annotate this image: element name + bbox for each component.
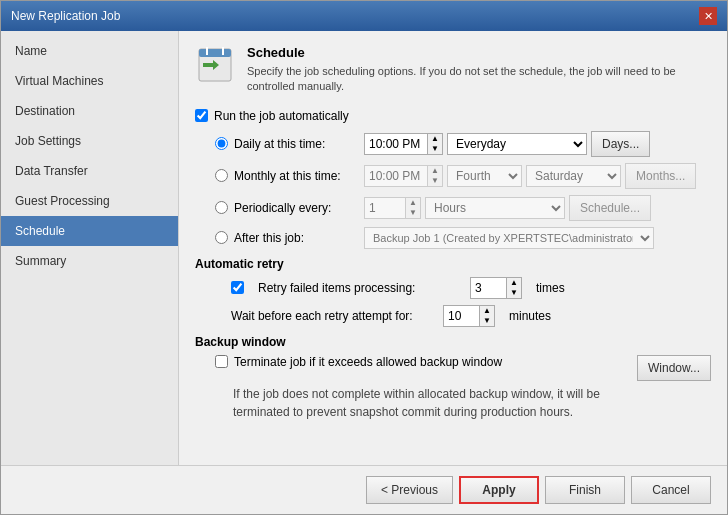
periodic-value-input[interactable] — [365, 198, 405, 218]
wait-label: Wait before each retry attempt for: — [231, 309, 431, 323]
retry-checkbox[interactable] — [231, 281, 244, 294]
schedule-button[interactable]: Schedule... — [569, 195, 651, 221]
retry-value-input[interactable] — [471, 278, 506, 298]
daily-time-spinbuttons: ▲ ▼ — [427, 134, 442, 154]
svg-rect-1 — [199, 49, 231, 57]
terminate-row: Terminate job if it exceeds allowed back… — [195, 355, 711, 381]
sidebar-item-data-transfer[interactable]: Data Transfer — [1, 156, 178, 186]
periodic-spinbuttons: ▲ ▼ — [405, 198, 420, 218]
monthly-radio[interactable] — [215, 169, 228, 182]
schedule-icon — [195, 45, 235, 85]
periodic-down[interactable]: ▼ — [406, 208, 420, 218]
section-text: Schedule Specify the job scheduling opti… — [247, 45, 711, 95]
section-title: Schedule — [247, 45, 711, 60]
sidebar-item-schedule[interactable]: Schedule — [1, 216, 178, 246]
title-bar: New Replication Job ✕ — [1, 1, 727, 31]
monthly-row: Monthly at this time: ▲ ▼ First Second — [195, 163, 711, 189]
section-header: Schedule Specify the job scheduling opti… — [195, 45, 711, 95]
retry-spin: ▲ ▼ — [470, 277, 522, 299]
after-job-select[interactable]: Backup Job 1 (Created by XPERTSTEC\admin… — [364, 227, 654, 249]
after-job-label: After this job: — [234, 231, 364, 245]
monthly-time-up[interactable]: ▲ — [428, 166, 442, 176]
daily-recurrence-select[interactable]: Everyday Weekdays Weekends — [447, 133, 587, 155]
run-auto-row: Run the job automatically — [195, 109, 711, 123]
months-button[interactable]: Months... — [625, 163, 696, 189]
wait-spin: ▲ ▼ — [443, 305, 495, 327]
finish-button[interactable]: Finish — [545, 476, 625, 504]
monthly-fourth-select[interactable]: First Second Third Fourth Last — [447, 165, 522, 187]
main-content: Schedule Specify the job scheduling opti… — [179, 31, 727, 465]
wait-up[interactable]: ▲ — [480, 306, 494, 316]
content-area: Name Virtual Machines Destination Job Se… — [1, 31, 727, 465]
form-area: Run the job automatically Daily at this … — [195, 109, 711, 451]
days-button[interactable]: Days... — [591, 131, 650, 157]
sidebar-item-virtual-machines[interactable]: Virtual Machines — [1, 66, 178, 96]
backup-window-label: Backup window — [195, 335, 711, 349]
retry-row: Retry failed items processing: ▲ ▼ times — [195, 277, 711, 299]
retry-down[interactable]: ▼ — [507, 288, 521, 298]
monthly-time-input[interactable] — [365, 166, 427, 186]
retry-unit: times — [536, 281, 565, 295]
cancel-button[interactable]: Cancel — [631, 476, 711, 504]
sidebar-item-name[interactable]: Name — [1, 36, 178, 66]
terminate-label: Terminate job if it exceeds allowed back… — [234, 355, 502, 369]
close-button[interactable]: ✕ — [699, 7, 717, 25]
wait-row: Wait before each retry attempt for: ▲ ▼ … — [195, 305, 711, 327]
daily-label: Daily at this time: — [234, 137, 364, 151]
daily-time-down[interactable]: ▼ — [428, 144, 442, 154]
retry-up[interactable]: ▲ — [507, 278, 521, 288]
daily-time-spin: ▲ ▼ — [364, 133, 443, 155]
sidebar: Name Virtual Machines Destination Job Se… — [1, 31, 179, 465]
retry-label: Retry failed items processing: — [258, 281, 458, 295]
terminate-checkbox[interactable] — [215, 355, 228, 368]
monthly-time-spin: ▲ ▼ — [364, 165, 443, 187]
after-job-controls: Backup Job 1 (Created by XPERTSTEC\admin… — [364, 227, 711, 249]
daily-radio[interactable] — [215, 137, 228, 150]
sidebar-item-summary[interactable]: Summary — [1, 246, 178, 276]
daily-controls: ▲ ▼ Everyday Weekdays Weekends Days... — [364, 131, 711, 157]
wait-spinbuttons: ▲ ▼ — [479, 306, 494, 326]
backup-info-line1: If the job does not complete within allo… — [233, 385, 711, 403]
sidebar-item-job-settings[interactable]: Job Settings — [1, 126, 178, 156]
window-button[interactable]: Window... — [637, 355, 711, 381]
retry-section-label: Automatic retry — [195, 257, 711, 271]
after-job-radio[interactable] — [215, 231, 228, 244]
backup-info-line2: terminated to prevent snapshot commit du… — [233, 403, 711, 421]
run-auto-label: Run the job automatically — [214, 109, 349, 123]
periodic-unit-select[interactable]: Hours Minutes — [425, 197, 565, 219]
periodic-label: Periodically every: — [234, 201, 364, 215]
terminate-check-area: Terminate job if it exceeds allowed back… — [215, 355, 502, 369]
section-description: Specify the job scheduling options. If y… — [247, 64, 711, 95]
previous-button[interactable]: < Previous — [366, 476, 453, 504]
daily-time-up[interactable]: ▲ — [428, 134, 442, 144]
periodic-controls: ▲ ▼ Hours Minutes Schedule... — [364, 195, 711, 221]
monthly-time-spinbuttons: ▲ ▼ — [427, 166, 442, 186]
wait-down[interactable]: ▼ — [480, 316, 494, 326]
periodic-radio[interactable] — [215, 201, 228, 214]
daily-row: Daily at this time: ▲ ▼ Everyday Weekday… — [195, 131, 711, 157]
monthly-label: Monthly at this time: — [234, 169, 364, 183]
monthly-time-down[interactable]: ▼ — [428, 176, 442, 186]
footer: < Previous Apply Finish Cancel — [1, 465, 727, 514]
wait-unit: minutes — [509, 309, 551, 323]
dialog-title: New Replication Job — [11, 9, 120, 23]
daily-time-input[interactable] — [365, 134, 427, 154]
wait-value-input[interactable] — [444, 306, 479, 326]
run-auto-checkbox[interactable] — [195, 109, 208, 122]
sidebar-item-guest-processing[interactable]: Guest Processing — [1, 186, 178, 216]
monthly-controls: ▲ ▼ First Second Third Fourth Last — [364, 163, 711, 189]
after-job-row: After this job: Backup Job 1 (Created by… — [195, 227, 711, 249]
sidebar-item-destination[interactable]: Destination — [1, 96, 178, 126]
periodic-up[interactable]: ▲ — [406, 198, 420, 208]
monthly-day-select[interactable]: Sunday Monday Tuesday Wednesday Thursday… — [526, 165, 621, 187]
retry-spinbuttons: ▲ ▼ — [506, 278, 521, 298]
periodic-row: Periodically every: ▲ ▼ Hours Minutes — [195, 195, 711, 221]
backup-info: If the job does not complete within allo… — [195, 385, 711, 421]
periodic-value-spin: ▲ ▼ — [364, 197, 421, 219]
apply-button[interactable]: Apply — [459, 476, 539, 504]
dialog: New Replication Job ✕ Name Virtual Machi… — [0, 0, 728, 515]
